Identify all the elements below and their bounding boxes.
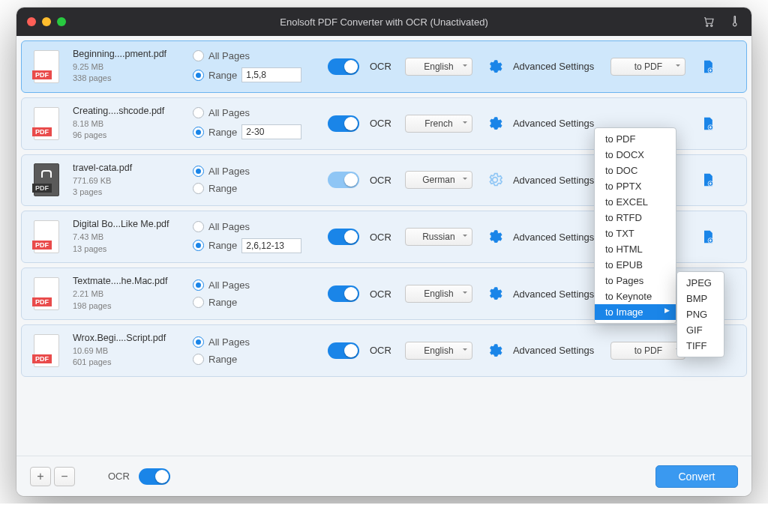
range-input[interactable] [242, 124, 302, 139]
file-pages: 13 pages [73, 244, 185, 255]
file-name: Wrox.Begi....Script.pdf [73, 333, 185, 343]
all-pages-label: All Pages [208, 221, 250, 232]
cart-icon[interactable] [702, 15, 716, 28]
all-pages-option[interactable]: All Pages [193, 279, 320, 291]
all-pages-option[interactable]: All Pages [193, 166, 320, 177]
image-format-option[interactable]: GIF [677, 322, 724, 338]
all-pages-label: All Pages [208, 107, 250, 118]
language-select[interactable]: German [405, 171, 472, 189]
radio-icon [193, 240, 204, 251]
file-pages: 601 pages [73, 357, 185, 368]
range-label: Range [208, 127, 237, 138]
row-settings-icon[interactable] [700, 59, 716, 74]
range-option[interactable]: Range [193, 67, 320, 82]
footer-ocr-toggle[interactable] [139, 468, 170, 485]
titlebar: Enolsoft PDF Converter with OCR (Unactiv… [16, 7, 752, 36]
file-name: Creating....shcode.pdf [73, 106, 185, 116]
format-option[interactable]: to PDF [595, 131, 676, 147]
format-option[interactable]: to Image [595, 304, 676, 320]
all-pages-option[interactable]: All Pages [193, 221, 320, 232]
range-option[interactable]: Range [193, 183, 320, 194]
convert-button[interactable]: Convert [656, 465, 738, 488]
settings-gear-icon[interactable] [488, 229, 502, 244]
language-select[interactable]: English [405, 58, 472, 76]
file-row[interactable]: Wrox.Begi....Script.pdf10.69 MB601 pages… [21, 324, 747, 377]
ocr-toggle[interactable] [328, 115, 359, 132]
file-info: Creating....shcode.pdf8.18 MB96 pages [73, 106, 185, 142]
svg-point-1 [711, 25, 712, 26]
minimize-button[interactable] [42, 17, 51, 26]
range-input[interactable] [242, 67, 302, 82]
ocr-label: OCR [370, 175, 392, 186]
format-option[interactable]: to EXCEL [595, 194, 676, 210]
format-option[interactable]: to DOC [595, 163, 676, 178]
page-selection: All PagesRange [193, 166, 320, 194]
radio-icon [193, 166, 204, 177]
image-format-option[interactable]: TIFF [677, 338, 724, 354]
ocr-toggle[interactable] [328, 342, 359, 359]
range-option[interactable]: Range [193, 124, 320, 139]
file-size: 7.43 MB [73, 232, 185, 243]
app-window: Enolsoft PDF Converter with OCR (Unactiv… [16, 7, 752, 496]
format-option[interactable]: to Keynote [595, 288, 676, 304]
radio-icon [193, 70, 204, 81]
thermometer-icon[interactable] [728, 15, 741, 28]
radio-icon [193, 107, 204, 118]
format-option[interactable]: to TXT [595, 226, 676, 241]
close-button[interactable] [27, 17, 36, 26]
settings-gear-icon[interactable] [488, 286, 502, 301]
range-option[interactable]: Range [193, 297, 320, 308]
page-selection: All PagesRange [193, 221, 320, 253]
ocr-toggle[interactable] [328, 229, 359, 245]
format-option[interactable]: to RTFD [595, 210, 676, 226]
zoom-button[interactable] [57, 17, 66, 26]
file-info: Wrox.Begi....Script.pdf10.69 MB601 pages [73, 333, 185, 369]
radio-icon [193, 127, 204, 138]
range-input[interactable] [242, 238, 302, 253]
all-pages-label: All Pages [208, 279, 250, 291]
page-selection: All PagesRange [193, 279, 320, 308]
range-label: Range [208, 354, 237, 365]
row-settings-icon[interactable] [700, 229, 716, 244]
remove-file-button[interactable]: − [54, 467, 75, 486]
range-option[interactable]: Range [193, 354, 320, 365]
image-format-option[interactable]: PNG [677, 306, 724, 322]
file-size: 2.21 MB [73, 288, 185, 300]
file-row[interactable]: Beginning....pment.pdf9.25 MB338 pagesAl… [21, 40, 747, 93]
image-format-option[interactable]: BMP [677, 291, 724, 306]
file-icon [34, 220, 59, 253]
radio-icon [193, 183, 204, 194]
language-select[interactable]: English [405, 285, 472, 303]
format-option[interactable]: to PPTX [595, 178, 676, 194]
range-label: Range [208, 183, 237, 194]
format-option[interactable]: to DOCX [595, 147, 676, 163]
all-pages-option[interactable]: All Pages [193, 107, 320, 118]
ocr-toggle[interactable] [328, 58, 359, 75]
language-select[interactable]: Russian [405, 228, 472, 246]
language-select[interactable]: English [405, 342, 472, 360]
settings-gear-icon[interactable] [488, 172, 502, 187]
ocr-toggle[interactable] [328, 172, 359, 188]
file-name: Beginning....pment.pdf [73, 49, 185, 59]
row-settings-icon[interactable] [700, 116, 716, 131]
output-format-select[interactable]: to PDF [610, 342, 686, 360]
add-file-button[interactable]: + [30, 467, 51, 486]
settings-gear-icon[interactable] [488, 116, 502, 131]
format-option[interactable]: to Pages [595, 273, 676, 288]
all-pages-option[interactable]: All Pages [193, 50, 320, 61]
settings-gear-icon[interactable] [488, 343, 502, 358]
file-pages: 338 pages [73, 73, 185, 84]
ocr-label: OCR [370, 232, 392, 243]
image-format-option[interactable]: JPEG [677, 275, 724, 291]
range-option[interactable]: Range [193, 238, 320, 253]
file-name: Digital Bo...Like Me.pdf [73, 219, 185, 229]
settings-gear-icon[interactable] [488, 59, 502, 74]
all-pages-option[interactable]: All Pages [193, 336, 320, 348]
format-option[interactable]: to EPUB [595, 257, 676, 273]
output-format-select[interactable]: to PDF [610, 58, 686, 76]
format-option[interactable]: to HTML [595, 241, 676, 257]
file-icon [34, 163, 59, 196]
language-select[interactable]: French [405, 115, 472, 133]
ocr-toggle[interactable] [328, 285, 359, 302]
row-settings-icon[interactable] [700, 172, 716, 187]
